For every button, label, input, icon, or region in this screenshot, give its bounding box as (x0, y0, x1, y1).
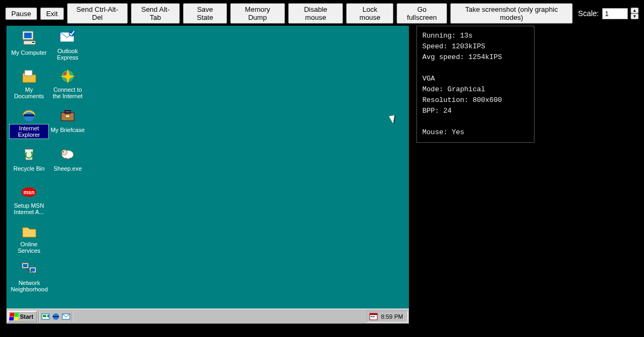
stat-running-value: 13s (460, 32, 472, 40)
desktop-icon-my-briefcase[interactable]: My Briefcase (48, 106, 87, 134)
taskbar-separator (39, 311, 40, 322)
sheep-icon (59, 145, 76, 162)
svg-rect-32 (53, 316, 59, 317)
svg-point-17 (62, 150, 67, 155)
scale-spinner: ▲ ▼ (631, 8, 639, 19)
desktop-icon-online-services[interactable]: Online Services (10, 222, 48, 255)
quicklaunch-desktop-icon[interactable] (41, 312, 50, 321)
svg-rect-29 (43, 315, 46, 317)
tray-scheduler-icon[interactable] (369, 312, 378, 321)
svg-rect-13 (65, 111, 70, 113)
stat-bpp-label: BPP: (422, 107, 439, 115)
desktop-icon-label: Network Neighborhood (10, 279, 49, 293)
desktop-icon-my-documents[interactable]: My Documents (10, 68, 48, 100)
desktop-icon-label: Connect to the Internet (48, 86, 87, 100)
desktop-icon-connect-internet[interactable]: Connect to the Internet (48, 68, 87, 100)
briefcase-icon (59, 106, 76, 123)
screenshot-button[interactable]: Take screenshot (only graphic modes) (450, 3, 573, 24)
disable-mouse-button[interactable]: Disable mouse (288, 3, 343, 24)
start-label: Start (20, 313, 33, 320)
stat-bpp-value: 24 (443, 107, 452, 115)
svg-text:msn: msn (24, 189, 35, 195)
svg-rect-26 (31, 268, 35, 272)
desktop-icon-my-computer[interactable]: My Computer (10, 29, 48, 57)
outlook-icon (59, 29, 76, 46)
svg-rect-20 (70, 158, 71, 160)
desktop-icon-label: My Computer (10, 49, 48, 56)
folder-icon (20, 222, 38, 239)
quicklaunch-ie-icon[interactable] (52, 312, 60, 321)
emulator-screen: My Computer Outlook Express My Documents… (6, 26, 409, 324)
svg-rect-1 (24, 33, 32, 38)
network-icon (20, 261, 38, 278)
alt-tab-button[interactable]: Send Alt-Tab (131, 3, 180, 24)
windows-desktop[interactable]: My Computer Outlook Express My Documents… (6, 26, 409, 324)
desktop-icon-label: Outlook Express (48, 47, 87, 61)
svg-rect-37 (373, 316, 375, 317)
pause-button[interactable]: Pause (5, 8, 37, 20)
svg-rect-19 (65, 158, 67, 160)
scale-up-button[interactable]: ▲ (631, 8, 639, 13)
desktop-icon-recycle-bin[interactable]: Recycle Bin (10, 145, 48, 173)
desktop-icon-network-neighborhood[interactable]: Network Neighborhood (10, 261, 48, 294)
stat-speed-value: 1203kIPS (452, 42, 485, 50)
emulator-stats-panel: Running: 13s Speed: 1203kIPS Avg speed: … (416, 26, 535, 143)
recycle-icon (20, 145, 38, 162)
stat-avg-label: Avg speed: (422, 53, 464, 61)
desktop-icon-label: My Documents (10, 86, 48, 100)
stat-mode-label: Mode: (422, 85, 443, 93)
connect-icon (59, 68, 76, 85)
computer-icon (20, 29, 38, 46)
stat-speed-label: Speed: (422, 42, 448, 50)
svg-rect-3 (32, 42, 34, 43)
lock-mouse-button[interactable]: Lock mouse (346, 3, 393, 24)
taskbar: Start 8:59 PM (6, 309, 409, 324)
svg-point-18 (63, 151, 64, 152)
stat-mode-value: Graphical (448, 85, 485, 93)
svg-rect-35 (370, 313, 377, 315)
stat-running-label: Running: (422, 32, 456, 40)
scale-down-button[interactable]: ▼ (631, 13, 639, 19)
svg-marker-8 (60, 69, 75, 84)
stat-mouse-value: Yes (452, 128, 464, 136)
ctrl-alt-del-button[interactable]: Send Ctrl-Alt-Del (67, 3, 128, 24)
ie-icon (20, 106, 38, 123)
save-state-button[interactable]: Save State (183, 3, 227, 24)
svg-rect-24 (23, 264, 27, 267)
stat-res-label: Resolution: (422, 96, 469, 104)
start-button[interactable]: Start (8, 311, 37, 323)
taskbar-separator (72, 311, 73, 322)
memory-dump-button[interactable]: Memory Dump (230, 3, 285, 24)
desktop-icon-outlook-express[interactable]: Outlook Express (48, 29, 87, 62)
desktop-icon-sheep-exe[interactable]: Sheep.exe (48, 145, 87, 173)
system-tray: 8:59 PM (367, 311, 408, 323)
clock: 8:59 PM (381, 313, 403, 320)
desktop-icon-label: My Briefcase (49, 126, 86, 134)
svg-rect-36 (371, 316, 372, 317)
stat-vga-header: VGA (422, 75, 435, 83)
fullscreen-button[interactable]: Go fullscreen (397, 3, 447, 24)
windows-flag-icon (9, 313, 19, 320)
quick-launch (41, 312, 70, 321)
desktop-icon-label: Recycle Bin (12, 165, 46, 172)
desktop-icon-label: Online Services (10, 240, 48, 254)
svg-rect-6 (25, 70, 32, 76)
scale-label: Scale: (578, 9, 599, 18)
desktop-icon-label: Internet Explorer (10, 124, 48, 138)
stat-avg-value: 1254kIPS (469, 53, 502, 61)
scale-input[interactable] (602, 8, 628, 19)
stat-res-value: 800x600 (473, 96, 502, 104)
desktop-icon-msn-setup[interactable]: msn Setup MSN Internet A... (10, 184, 48, 216)
emulator-toolbar: Pause Exit Send Ctrl-Alt-Del Send Alt-Ta… (0, 0, 644, 27)
documents-icon (20, 68, 38, 85)
desktop-icon-label: Sheep.exe (53, 165, 83, 172)
quicklaunch-outlook-icon[interactable] (62, 312, 70, 321)
svg-rect-14 (66, 115, 69, 117)
msn-icon: msn (20, 184, 38, 201)
stat-mouse-label: Mouse: (422, 128, 448, 136)
exit-button[interactable]: Exit (40, 8, 64, 20)
desktop-icon-label: Setup MSN Internet A... (10, 202, 48, 216)
desktop-icon-internet-explorer[interactable]: Internet Explorer (10, 106, 48, 139)
svg-rect-11 (24, 114, 34, 116)
